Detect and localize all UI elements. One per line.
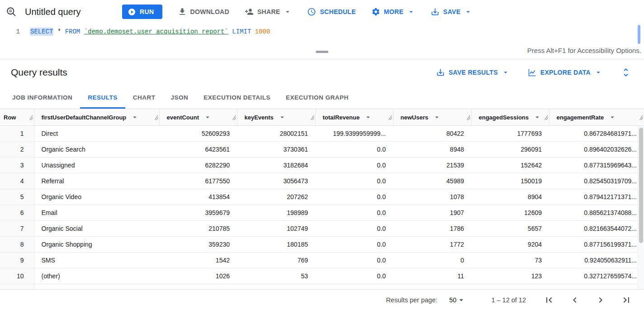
- query-title: Untitled query: [25, 7, 80, 17]
- first-page-button[interactable]: [543, 294, 555, 306]
- next-page-button[interactable]: [595, 294, 606, 306]
- page-size-select[interactable]: 50: [449, 296, 466, 305]
- cell: 3056473: [237, 173, 315, 189]
- page-range-label: 1 – 12 of 12: [491, 296, 526, 304]
- pane-resize-handle[interactable]: [316, 51, 328, 53]
- cell: 1907: [393, 205, 471, 220]
- download-button[interactable]: DOWNLOAD: [178, 4, 229, 20]
- table-scrollbar[interactable]: [638, 126, 644, 289]
- column-dropdown-icon[interactable]: [204, 113, 212, 121]
- cell: Organic Video: [34, 189, 159, 205]
- column-resize-handle[interactable]: [29, 114, 33, 122]
- person-add-icon: [245, 7, 254, 16]
- schedule-button[interactable]: SCHEDULE: [307, 4, 355, 20]
- column-header-totalRevenue[interactable]: totalRevenue: [315, 109, 393, 125]
- column-resize-handle[interactable]: [466, 114, 470, 122]
- sql-editor[interactable]: 1 SELECT * FROM `demo.demoset.user_acqui…: [0, 24, 644, 44]
- cell: 45989: [393, 173, 471, 189]
- table-row: 9SMS15427690.00730.924050632911...: [0, 252, 644, 268]
- column-header-engagedSessions[interactable]: engagedSessions: [471, 109, 549, 125]
- column-header-firstUserDefaultChannelGroup[interactable]: firstUserDefaultChannelGroup: [34, 109, 159, 125]
- tab-json[interactable]: JSON: [163, 87, 196, 109]
- sql-code[interactable]: SELECT * FROM `demo.demoset.user_acquisi…: [30, 24, 270, 44]
- cell: 80422: [393, 125, 471, 141]
- tab-execution-graph[interactable]: EXECUTION GRAPH: [278, 87, 356, 109]
- cell: SMS: [34, 252, 159, 268]
- save-results-button[interactable]: SAVE RESULTS: [436, 64, 510, 81]
- chevron-down-icon: [594, 68, 602, 76]
- sql-token-table[interactable]: `demo.demoset.user_acquisition_report`: [84, 28, 228, 35]
- cell: 997: [159, 284, 237, 289]
- cell: 53: [237, 268, 315, 284]
- column-resize-handle[interactable]: [544, 114, 548, 122]
- row-number-cell: 6: [0, 205, 34, 220]
- column-resize-handle[interactable]: [388, 114, 392, 122]
- cell: Referral: [34, 173, 159, 189]
- cell: 8948: [393, 141, 471, 157]
- more-button[interactable]: MORE: [371, 4, 415, 20]
- cell: 0.327127659574...: [549, 268, 644, 284]
- cell: 9204: [471, 236, 549, 252]
- column-dropdown-icon[interactable]: [278, 113, 286, 121]
- row-number-cell: 8: [0, 236, 34, 252]
- run-label: RUN: [140, 8, 154, 15]
- cell: 28002151: [237, 125, 315, 141]
- tab-job-information[interactable]: JOB INFORMATION: [5, 87, 80, 109]
- editor-scrollbar[interactable]: [638, 25, 640, 44]
- column-header-Row[interactable]: Row: [0, 109, 34, 125]
- column-header-newUsers[interactable]: newUsers: [393, 109, 471, 125]
- cell: 5657: [471, 220, 549, 236]
- sql-token-plain: [80, 28, 84, 35]
- expand-results-button[interactable]: [620, 67, 631, 78]
- pagination-bar: Results per page: 50 1 – 12 of 12: [0, 289, 644, 310]
- tab-results[interactable]: RESULTS: [80, 87, 125, 109]
- cell: 6282290: [159, 157, 237, 173]
- save-button[interactable]: SAVE: [431, 4, 472, 20]
- column-header-engagementRate[interactable]: engagementRate: [549, 109, 644, 125]
- cell: 413854: [159, 189, 237, 205]
- table-row: 2Organic Search642356137303610.089482960…: [0, 141, 644, 157]
- column-label: firstUserDefaultChannelGroup: [42, 114, 127, 120]
- prev-page-button[interactable]: [569, 294, 581, 306]
- row-number-cell: 5: [0, 189, 34, 205]
- editor-footer-strip: Press Alt+F1 for Accessibility Options.: [0, 44, 644, 59]
- column-resize-handle[interactable]: [310, 114, 314, 122]
- column-dropdown-icon[interactable]: [131, 113, 139, 121]
- row-number-cell: 3: [0, 157, 34, 173]
- run-button[interactable]: RUN: [122, 5, 162, 19]
- cell: 0.0: [315, 157, 393, 173]
- cell: 194: [237, 284, 315, 289]
- column-header-keyEvents[interactable]: keyEvents: [237, 109, 315, 125]
- column-dropdown-icon[interactable]: [533, 113, 541, 121]
- column-dropdown-icon[interactable]: [364, 113, 372, 121]
- cell: 0.825450319709...: [549, 173, 644, 189]
- cell: 1078: [393, 189, 471, 205]
- pager-controls: [543, 294, 632, 306]
- cell: 1786: [393, 220, 471, 236]
- column-resize-handle[interactable]: [639, 114, 643, 122]
- table-scrollbar-thumb[interactable]: [639, 128, 643, 243]
- table-row: 11Paid Social9971940.091.0: [0, 284, 644, 289]
- column-dropdown-icon[interactable]: [608, 113, 616, 121]
- column-label: totalRevenue: [323, 114, 360, 120]
- table-row: 6Email39596791989890.01907126090.8856213…: [0, 205, 644, 220]
- cell: 359230: [159, 236, 237, 252]
- tab-execution-details[interactable]: EXECUTION DETAILS: [196, 87, 278, 109]
- column-header-eventCount[interactable]: eventCount: [159, 109, 237, 125]
- unfold-more-icon: [620, 67, 631, 78]
- chevron-left-icon: [569, 295, 580, 305]
- share-button[interactable]: SHARE: [245, 4, 292, 20]
- column-resize-handle[interactable]: [154, 114, 158, 122]
- column-label: eventCount: [167, 114, 199, 120]
- column-resize-handle[interactable]: [232, 114, 236, 122]
- cell: 769: [237, 252, 315, 268]
- cell: [471, 284, 549, 289]
- cell: 0.885621374088...: [549, 205, 644, 220]
- column-label: Row: [4, 114, 16, 121]
- column-dropdown-icon[interactable]: [433, 113, 441, 121]
- more-label: MORE: [384, 8, 403, 15]
- explore-data-button[interactable]: EXPLORE DATA: [528, 64, 602, 81]
- last-page-button[interactable]: [620, 294, 632, 306]
- table-header-row: RowfirstUserDefaultChannelGroupeventCoun…: [0, 109, 644, 125]
- tab-chart[interactable]: CHART: [125, 87, 163, 109]
